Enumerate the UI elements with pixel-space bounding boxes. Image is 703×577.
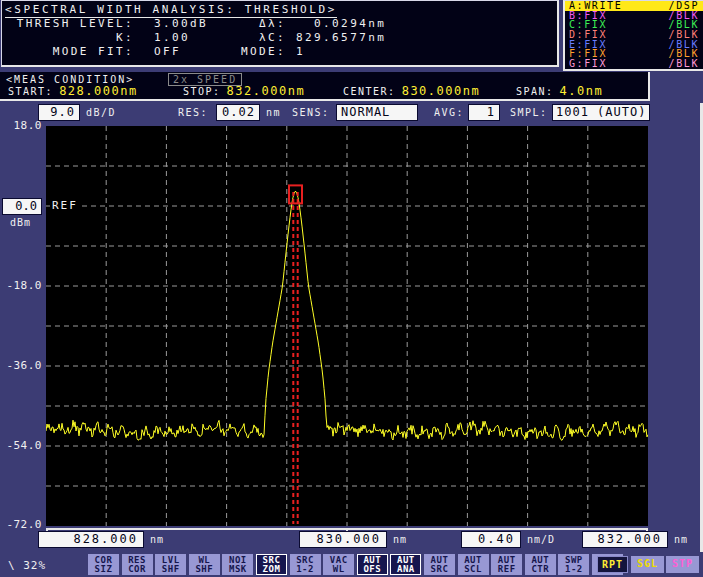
span-value: 4.0nm [560, 85, 604, 98]
ref-level-unit: dBm [10, 217, 31, 228]
trace-menu: A:WRITE/DSPB:FIX/BLKC:FIX/BLKD:FIX/BLKE:… [563, 0, 703, 71]
analysis-panel: <SPECTRAL WIDTH ANALYSIS: THRESHOLD> THR… [1, 0, 559, 67]
delta-lambda-value: 0.0294nm [296, 17, 386, 30]
trace-display-mode: /BLK [669, 59, 699, 69]
x-start-unit: nm [150, 534, 164, 545]
x-stop-unit: nm [674, 534, 688, 545]
res-label: RES: [178, 107, 208, 118]
btn-vac-wl[interactable]: VACWL [323, 554, 354, 575]
y-label-neg54: -54.0 [0, 439, 42, 452]
start-value: 828.000nm [59, 85, 138, 98]
smpl-value: 1001 (AUTO) [552, 104, 650, 121]
span-label: SPAN: [516, 85, 554, 98]
analysis-row: K: 1.00 λC: 829.6577nm [2, 31, 557, 45]
level-scale-value: 9.0 [38, 104, 80, 121]
x-stop-value: 832.000 [582, 531, 668, 548]
lambda-c-value: 829.6577nm [296, 31, 386, 44]
meas-condition-bar: <MEAS CONDITION> 2x SPEED START: 828.000… [0, 72, 650, 101]
analysis-row: MODE FIT: OFF MODE: 1 [2, 45, 557, 59]
spectrum-chart [46, 126, 648, 526]
peak-marker [289, 185, 302, 203]
stop-value: 832.000nm [227, 85, 306, 98]
ref-level-value: 0.0 [2, 198, 42, 215]
res-value: 0.02 [216, 104, 260, 121]
ref-line-label: REF [50, 199, 80, 212]
btn-aut-ofs[interactable]: AUTOFS [357, 554, 388, 575]
y-label-neg18: -18.0 [0, 279, 42, 292]
btn-wl-shf[interactable]: WLSHF [189, 554, 220, 575]
sens-value: NORMAL [336, 104, 418, 121]
start-field: START: 828.000nm [8, 85, 138, 98]
btn-aut-scl[interactable]: AUTSCL [458, 554, 489, 575]
mode-value: 1 [296, 45, 305, 58]
btn-sgl[interactable]: SGL [631, 556, 664, 573]
analysis-title: <SPECTRAL WIDTH ANALYSIS: THRESHOLD> [5, 3, 337, 18]
btn-src-zom[interactable]: SRCZOM [256, 554, 287, 575]
trace-label: G:FIX [569, 59, 607, 69]
stop-label: STOP: [183, 85, 221, 98]
sens-label: SENS: [292, 107, 330, 118]
btn-aut-ana[interactable]: AUTANA [390, 554, 421, 575]
start-label: START: [8, 85, 53, 98]
btn-aut-ref[interactable]: AUTREF [491, 554, 522, 575]
y-label-neg36: -36.0 [0, 359, 42, 372]
menu-item-trace-g[interactable]: G:FIX/BLK [565, 59, 703, 69]
y-label-neg72: -72.0 [0, 518, 42, 531]
sweep-progress: \ 32% [8, 559, 46, 572]
thresh-level-label: THRESH LEVEL: [2, 17, 134, 30]
y-label-18: 18.0 [0, 119, 42, 132]
avg-label: AVG: [434, 107, 464, 118]
delta-lambda-label: Δλ: [198, 17, 286, 30]
center-field: CENTER: 830.000nm [343, 85, 480, 98]
btn-lvl-shf[interactable]: LVLSHF [155, 554, 186, 575]
span-field: SPAN: 4.0nm [516, 85, 603, 98]
osa-screen: <SPECTRAL WIDTH ANALYSIS: THRESHOLD> THR… [0, 0, 703, 577]
lambda-c-label: λC: [198, 31, 286, 44]
center-label: CENTER: [343, 85, 396, 98]
btn-aut-src[interactable]: AUTSRC [424, 554, 455, 575]
btn-swp-1-2[interactable]: SWP1-2 [558, 554, 589, 575]
x-center-unit: nm [393, 534, 407, 545]
mode-label: MODE: [198, 45, 286, 58]
analysis-row: THRESH LEVEL: 3.00dB Δλ: 0.0294nm [2, 17, 557, 31]
spectrum-plot: REF [46, 126, 648, 526]
res-unit: nm [266, 107, 281, 118]
btn-cor-siz[interactable]: CORSIZ [88, 554, 119, 575]
btn-src-1-2[interactable]: SRC1-2 [290, 554, 321, 575]
mode-fit-label: MODE FIT: [2, 45, 134, 58]
btn-res-cor[interactable]: RESCOR [122, 554, 153, 575]
x-perdiv-value: 0.40 [461, 531, 521, 548]
x-perdiv-unit: nm/D [527, 534, 555, 545]
btn-aut-ctr[interactable]: AUTCTR [525, 554, 556, 575]
stop-field: STOP: 832.000nm [183, 85, 305, 98]
level-scale-unit: dB/D [86, 107, 116, 118]
btn-noi-msk[interactable]: NOIMSK [222, 554, 253, 575]
k-label: K: [2, 31, 134, 44]
mode-fit-value: OFF [154, 45, 181, 58]
avg-value: 1 [468, 104, 500, 121]
btn-stp[interactable]: STP [666, 556, 699, 573]
center-value: 830.000nm [402, 85, 481, 98]
btn-rpt[interactable]: RPT [597, 556, 628, 573]
x-center-value: 830.000 [299, 531, 387, 548]
smpl-label: SMPL: [510, 107, 548, 118]
k-value: 1.00 [154, 31, 190, 44]
x-start-value: 828.000 [38, 531, 144, 548]
